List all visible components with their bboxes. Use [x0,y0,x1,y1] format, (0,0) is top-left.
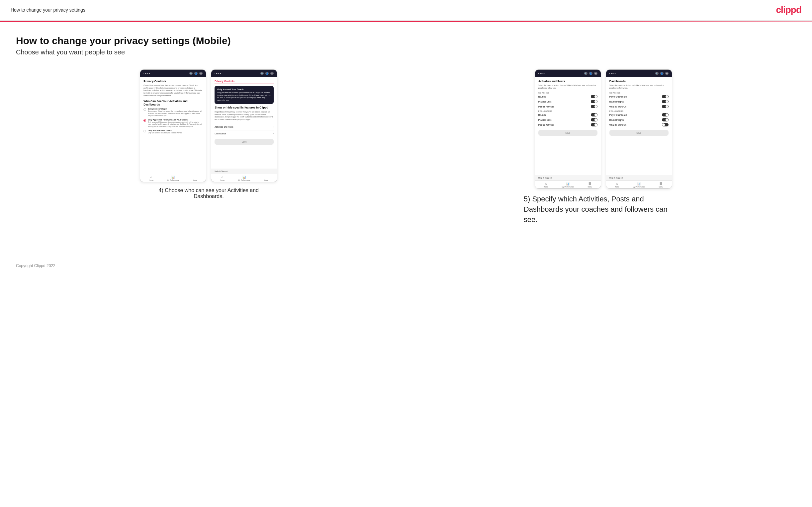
top-bar: How to change your privacy settings clip… [0,0,812,21]
back-button-4[interactable]: ‹ Back [609,72,616,75]
performance-icon-3: 📊 [566,182,569,185]
home-icon-3: ⌂ [545,182,547,185]
toggle-label-playerdash-coaches: Player Dashboard [609,96,627,98]
knob-manual-coaches [595,105,597,108]
back-button-2[interactable]: ‹ Back [214,72,221,75]
toggle-whattowork-followers-switch[interactable] [662,123,668,126]
toggle-manual-coaches-switch[interactable] [591,105,598,108]
nav-item-menu-2[interactable]: ☰ Menu [255,175,277,181]
back-button-1[interactable]: ‹ Back [144,72,150,75]
nav-item-performance-3[interactable]: 📊 My Performance [557,182,579,188]
toggle-label-playerdash-followers: Player Dashboard [609,114,627,116]
radio-item-only-you[interactable]: Only You and Your Coach Only you and the… [144,129,203,134]
radio-desc-approved: Only approved followers and coaches you … [148,121,203,128]
nav-item-performance-4[interactable]: 📊 My Performance [628,182,650,188]
toggle-drills-followers-switch[interactable] [591,118,598,121]
search-icon-2[interactable]: 🔍 [260,72,264,75]
save-button-4[interactable]: Save [609,130,668,136]
nav-item-home-1[interactable]: ⌂ Home [140,175,162,181]
back-button-3[interactable]: ‹ Back [538,72,545,75]
nav-item-menu-3[interactable]: ☰ Menu [579,182,601,188]
knob-rounds-coaches [595,95,597,98]
screen4-subtitle: Select the dashboards that you'd like to… [609,84,668,89]
search-icon-3[interactable]: 🔍 [584,72,588,75]
knob-playerdash-coaches [666,95,668,98]
coaches-label-4: COACHES [609,92,668,94]
screen3-subtitle: Select the types of activity that you'd … [538,84,598,89]
page-breadcrumb: How to change your privacy settings [11,7,85,13]
user-icon-2[interactable]: 👤 [265,72,269,75]
save-button-2[interactable]: Save [214,139,274,145]
settings-icon-4[interactable]: ⚙ [665,72,668,75]
menu-icon-4: ☰ [660,182,662,185]
toggle-label-whattowork-followers: What To Work On [609,124,626,126]
toggle-playerdash-followers-switch[interactable] [662,113,668,116]
mobile-screen-4: ‹ Back 🔍 👤 ⚙ Dashboards Select the dashb… [606,69,672,189]
tooltip-title: Only You and Your Coach [217,88,271,91]
radio-label-approved: Only Approved Followers and Your Coach [148,119,203,121]
nav-item-performance-2[interactable]: 📊 My Performance [233,175,255,181]
main-content: How to change your privacy settings (Mob… [0,22,812,258]
search-icon[interactable]: 🔍 [189,72,193,75]
nav-item-home-2[interactable]: ⌂ Home [211,175,233,181]
menu-icon-2: ☰ [265,175,267,179]
mobile-nav-4: ‹ Back 🔍 👤 ⚙ [606,70,672,77]
user-icon[interactable]: 👤 [194,72,198,75]
privacy-tooltip: Only You and Your Coach Only you and the… [214,86,274,104]
nav-label-menu-3: Menu [588,186,592,188]
toggle-drills-coaches-switch[interactable] [591,100,598,103]
nav-item-home-3[interactable]: ⌂ Home [535,182,557,188]
performance-icon-4: 📊 [637,182,641,185]
toggle-rounds-coaches-switch[interactable] [591,95,598,98]
nav-icons-2: 🔍 👤 ⚙ [260,72,274,75]
toggle-label-manual-coaches: Manual Activities [538,106,554,108]
toggle-playerdash-coaches: Player Dashboard [609,95,668,98]
copyright: Copyright Clippd 2022 [16,264,55,268]
arrow-activities: › [273,125,274,128]
settings-icon-3[interactable]: ⚙ [594,72,598,75]
radio-label-only-you: Only You and Your Coach [148,129,182,131]
screen1-section: Who Can See Your Activities and Dashboar… [144,100,203,106]
screen4-body: Dashboards Select the dashboards that yo… [606,77,672,175]
save-button-3[interactable]: Save [538,130,598,136]
menu-label-activities: Activities and Posts [214,126,233,128]
nav-label-performance-2: My Performance [238,179,250,181]
help-bar-2: Help & Support [211,169,277,174]
screen1-desc: Control how you and your data appears to… [144,84,203,97]
user-icon-4[interactable]: 👤 [660,72,664,75]
toggle-drills-followers: Practice Drills [538,118,598,121]
nav-item-performance-1[interactable]: 📊 My Performance [162,175,184,181]
knob-drills-coaches [595,100,597,103]
settings-icon-2[interactable]: ⚙ [270,72,274,75]
show-hide-text: Regardless of the privacy controls that … [214,111,274,121]
toggle-rounds-followers-switch[interactable] [591,113,598,116]
radio-item-approved[interactable]: Only Approved Followers and Your Coach O… [144,119,203,128]
mobile-nav-2: ‹ Back 🔍 👤 ⚙ [211,70,277,77]
toggle-roundinsights-followers-switch[interactable] [662,118,668,121]
toggle-roundinsights-coaches-switch[interactable] [662,100,668,103]
nav-item-menu-1[interactable]: ☰ Menu [184,175,206,181]
nav-label-menu-1: Menu [193,179,197,181]
radio-item-everyone[interactable]: Everyone on Clippd Everyone on Clippd ca… [144,108,203,117]
nav-item-home-4[interactable]: ⌂ Home [606,182,628,188]
toggle-whattowork-coaches-switch[interactable] [662,105,668,108]
toggle-manual-followers-switch[interactable] [591,123,598,126]
screenshot-group-1: ‹ Back 🔍 👤 ⚙ Privacy Controls Control ho… [16,69,402,200]
toggle-manual-followers: Manual Activities [538,123,598,126]
knob-whattowork-followers [662,123,665,126]
settings-icon[interactable]: ⚙ [199,72,203,75]
home-icon-1: ⌂ [150,175,152,179]
user-icon-3[interactable]: 👤 [589,72,593,75]
toggle-label-drills-followers: Practice Drills [538,119,552,121]
menu-row-activities[interactable]: Activities and Posts › [214,124,274,130]
mobile-bottom-nav-3: ⌂ Home 📊 My Performance ☰ Menu [535,180,601,188]
radio-group-1: Everyone on Clippd Everyone on Clippd ca… [144,108,203,134]
menu-row-dashboards[interactable]: Dashboards › [214,130,274,137]
radio-circle-approved [144,119,146,122]
toggle-playerdash-coaches-switch[interactable] [662,95,668,98]
mobile-bottom-nav-1: ⌂ Home 📊 My Performance ☰ Menu [140,174,206,182]
knob-drills-followers [595,118,597,121]
radio-circle-everyone [144,108,146,111]
nav-item-menu-4[interactable]: ☰ Menu [650,182,672,188]
search-icon-4[interactable]: 🔍 [655,72,659,75]
